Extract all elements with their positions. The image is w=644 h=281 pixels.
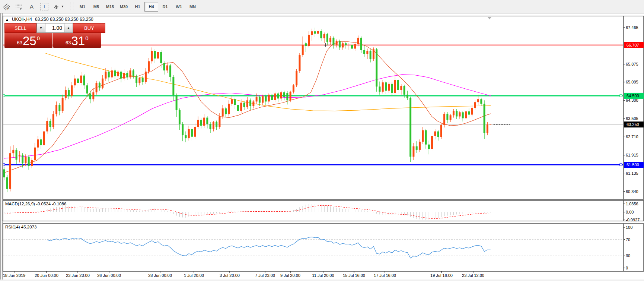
red-line-price-label: 66.707: [627, 43, 639, 47]
candle-body: [148, 61, 150, 72]
candle-body: [92, 92, 94, 100]
candle-body: [157, 52, 159, 59]
candle-body: [43, 132, 45, 145]
candle-body: [471, 108, 473, 115]
candle-body: [169, 65, 171, 77]
candle-body: [453, 111, 455, 115]
candle-body: [68, 90, 70, 96]
candle-body: [376, 49, 377, 86]
candle-body: [305, 43, 307, 46]
candle-body: [443, 114, 445, 125]
candle-body: [114, 70, 116, 76]
candle-body: [308, 35, 310, 46]
candle-body: [62, 98, 64, 111]
candle-body: [74, 79, 76, 86]
date-label: 20 Jun 00:00: [35, 273, 58, 278]
candle-body: [462, 112, 464, 118]
candle-body: [65, 90, 67, 98]
sell-price-display[interactable]: 63 25 0: [4, 33, 52, 48]
sell-price-main: 25: [23, 35, 36, 47]
candle-body: [191, 129, 193, 136]
buy-button[interactable]: BUY: [73, 23, 105, 33]
candle-body: [16, 150, 17, 160]
candle-body: [77, 79, 79, 83]
candle-body: [83, 76, 85, 86]
candle-body: [219, 116, 220, 127]
candle-body: [351, 45, 353, 48]
candle-body: [480, 99, 482, 104]
candle-body: [96, 83, 98, 92]
sell-price-prefix: 63: [17, 40, 22, 45]
macd-axis-label: 1.0356: [626, 202, 638, 206]
price-tick-label: 61.915: [626, 153, 638, 157]
candle-body: [19, 155, 20, 156]
buy-price-display[interactable]: 63 31 0: [53, 33, 101, 48]
candle-body: [348, 45, 350, 45]
candle-body: [151, 51, 153, 61]
candle-body: [456, 111, 458, 116]
macd-label: MACD(12,26,9) -0.0524 -0.1086: [5, 202, 66, 206]
candle-body: [46, 121, 48, 132]
candle-body: [145, 72, 147, 82]
candle-body: [28, 157, 30, 166]
candle-body: [394, 80, 396, 93]
candle-body: [231, 99, 233, 104]
bid-price-label: 63.250: [627, 122, 639, 127]
candle-body: [373, 49, 374, 59]
symbol-collapse-icon[interactable]: ▲: [5, 18, 9, 22]
candle-body: [240, 102, 242, 111]
candle-body: [363, 50, 365, 54]
bottom-strip: [0, 280, 644, 281]
candle-body: [222, 108, 224, 117]
rsi-panel[interactable]: [3, 224, 644, 271]
date-label: 28 Jun 00:00: [148, 273, 172, 278]
candle-body: [422, 130, 424, 142]
candle-body: [133, 70, 134, 76]
candle-body: [366, 51, 368, 54]
rsi-axis-label: 70: [626, 237, 630, 242]
candle-body: [58, 105, 60, 111]
candle-body: [345, 43, 347, 45]
candle-body: [299, 55, 300, 71]
candle-body: [225, 108, 227, 114]
one-click-trade-panel: SELL ▼ ▲ BUY 63 25 0 63 31 0: [4, 23, 101, 48]
candle-body: [117, 72, 119, 76]
candle-body: [431, 136, 433, 149]
buy-price-main: 31: [71, 35, 85, 47]
sell-button[interactable]: SELL: [4, 23, 36, 33]
line-handle[interactable]: [620, 95, 622, 97]
green-line-price-label: 64.500: [627, 94, 639, 98]
candle-body: [203, 118, 205, 126]
candle-body: [290, 92, 291, 100]
date-label: 19 Jul 16:00: [430, 273, 453, 278]
candle-body: [326, 34, 328, 42]
date-label: 9 Jul 20:00: [280, 273, 300, 278]
candle-body: [302, 45, 304, 55]
macd-panel[interactable]: [3, 201, 644, 221]
candle-body: [3, 169, 5, 177]
candle-body: [484, 104, 485, 133]
volume-decrease-button[interactable]: ▼: [36, 23, 45, 33]
candle-body: [336, 41, 338, 45]
date-label: 23 Jul 12:00: [462, 273, 484, 278]
volume-increase-button[interactable]: ▲: [64, 23, 73, 33]
volume-input[interactable]: [45, 23, 64, 33]
line-handle[interactable]: [620, 164, 622, 166]
candle-body: [487, 124, 488, 133]
candle-body: [120, 72, 122, 79]
symbol-name: UKOil-,H4: [12, 17, 32, 22]
candle-body: [459, 112, 460, 116]
candle-body: [6, 177, 8, 189]
candle-body: [280, 92, 282, 99]
buy-price-prefix: 63: [66, 40, 71, 45]
candle-body: [296, 71, 297, 85]
candle-body: [176, 95, 178, 110]
macd-axis-label: 0.00: [626, 210, 634, 214]
candle-body: [360, 38, 362, 50]
candle-body: [434, 132, 436, 136]
candle-body: [123, 73, 125, 78]
candle-body: [416, 146, 418, 150]
buy-price-point: 0: [85, 35, 88, 41]
candle-body: [385, 82, 387, 91]
rsi-axis-label: 30: [626, 253, 630, 258]
